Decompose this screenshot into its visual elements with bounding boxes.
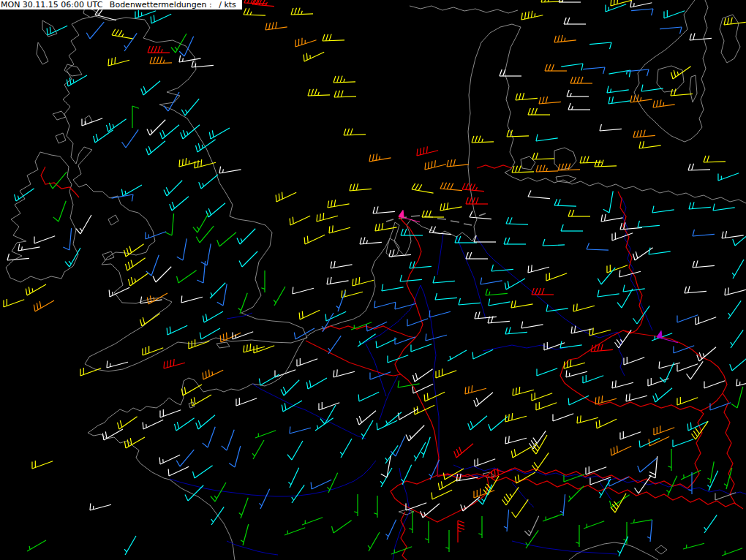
wind-barb bbox=[391, 547, 412, 554]
wind-barb bbox=[236, 398, 257, 406]
wind-barb bbox=[586, 466, 606, 474]
island-outline bbox=[554, 148, 576, 170]
wind-barb bbox=[422, 211, 444, 217]
wind-barb bbox=[554, 199, 576, 206]
wind-barb bbox=[143, 420, 163, 429]
coastline-norway_south bbox=[410, 6, 518, 13]
wind-barb bbox=[164, 359, 185, 368]
wind-barb bbox=[447, 159, 469, 167]
wind-barb bbox=[373, 206, 395, 213]
wind-barb bbox=[638, 221, 660, 227]
wind-barb bbox=[687, 361, 704, 379]
coastline-sweden bbox=[634, 0, 708, 142]
wind-barb bbox=[368, 532, 380, 551]
wind-barb bbox=[217, 284, 227, 306]
wind-barb bbox=[203, 370, 223, 379]
wind-barb bbox=[146, 255, 159, 276]
coastline-ireland bbox=[6, 152, 78, 282]
lake-outline bbox=[657, 66, 684, 92]
wind-barb bbox=[689, 202, 711, 209]
wind-barb bbox=[512, 166, 534, 173]
wind-barb bbox=[553, 414, 573, 421]
wind-barb bbox=[191, 395, 211, 406]
wind-barb bbox=[148, 46, 170, 53]
wind-barb bbox=[568, 396, 589, 405]
wind-barb bbox=[332, 521, 352, 533]
wind-barb bbox=[325, 311, 346, 321]
wind-barb bbox=[718, 173, 739, 181]
wind-barb bbox=[344, 129, 366, 135]
wind-barb bbox=[107, 119, 127, 132]
wind-barb bbox=[94, 130, 113, 143]
river bbox=[252, 384, 366, 439]
wind-barb bbox=[472, 136, 494, 143]
wind-barb bbox=[561, 64, 583, 70]
wind-barb bbox=[374, 301, 396, 308]
wind-barb bbox=[179, 56, 201, 62]
wind-barb bbox=[340, 439, 352, 458]
wind-barb bbox=[713, 204, 735, 211]
wind-barb bbox=[160, 409, 181, 417]
wind-barb bbox=[683, 543, 704, 549]
wind-barb bbox=[276, 192, 296, 202]
island-dash bbox=[411, 216, 420, 216]
wind-barb bbox=[654, 425, 674, 435]
wind-barb bbox=[259, 489, 269, 509]
wind-barb bbox=[410, 261, 432, 268]
wind-barb bbox=[281, 380, 299, 396]
wind-barb bbox=[165, 213, 173, 235]
wind-barb bbox=[500, 69, 521, 76]
wind-barb bbox=[617, 537, 628, 556]
wind-barb bbox=[681, 470, 701, 480]
wind-barb bbox=[374, 496, 377, 518]
wind-barb bbox=[108, 57, 129, 66]
island-dash bbox=[451, 221, 459, 222]
wind-barb bbox=[707, 461, 714, 483]
wind-barb bbox=[728, 300, 741, 319]
wind-barb bbox=[412, 384, 433, 393]
wind-barb bbox=[459, 298, 481, 305]
wind-barb bbox=[417, 146, 438, 156]
wind-barb bbox=[595, 160, 617, 167]
wind-barb bbox=[489, 417, 508, 431]
river bbox=[600, 483, 611, 500]
island-dash bbox=[437, 219, 446, 219]
wind-barb bbox=[633, 130, 655, 137]
wind-barb bbox=[63, 228, 71, 250]
wind-barb bbox=[664, 10, 685, 18]
wind-barb bbox=[649, 456, 657, 478]
wind-barb bbox=[506, 217, 528, 224]
wind-barb bbox=[731, 387, 743, 408]
wind-barb bbox=[406, 425, 424, 441]
wind-barb bbox=[334, 369, 355, 377]
wind-barb bbox=[730, 357, 746, 371]
wind-barb bbox=[34, 236, 55, 243]
wind-barb bbox=[222, 430, 235, 450]
wind-barb bbox=[331, 261, 353, 268]
wind-barb bbox=[151, 14, 171, 23]
wind-barb bbox=[274, 287, 285, 306]
wind-barb bbox=[323, 34, 344, 41]
wind-barb bbox=[181, 296, 203, 303]
wind-barb bbox=[693, 230, 715, 236]
coastline-layer bbox=[6, 0, 746, 560]
wind-barb bbox=[146, 232, 166, 239]
wind-barb bbox=[668, 449, 671, 471]
wind-barb bbox=[304, 52, 324, 61]
wind-barb bbox=[302, 518, 323, 525]
wind-barb bbox=[603, 191, 613, 213]
wind-barb bbox=[354, 494, 358, 516]
wind-barb bbox=[560, 341, 582, 348]
wind-barb bbox=[388, 355, 408, 363]
wind-barb bbox=[545, 64, 567, 71]
wind-barb bbox=[229, 446, 241, 467]
wind-barb bbox=[725, 287, 746, 295]
wind-barb bbox=[630, 519, 652, 523]
wind-barb bbox=[458, 521, 464, 542]
wind-barb bbox=[90, 504, 111, 510]
wind-barb bbox=[489, 299, 510, 306]
country-border bbox=[306, 341, 401, 376]
wind-barb bbox=[624, 357, 644, 365]
wind-barb bbox=[660, 27, 682, 34]
wind-barb bbox=[334, 76, 355, 83]
